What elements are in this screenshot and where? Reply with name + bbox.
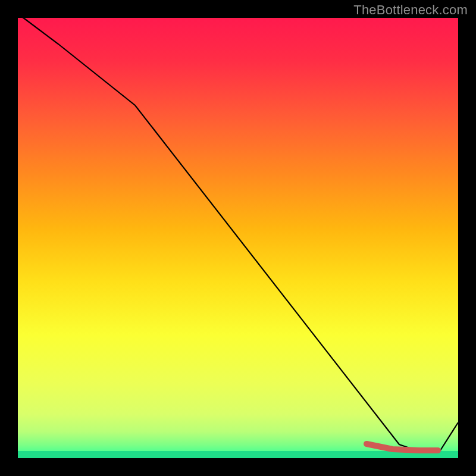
svg-rect-1 (458, 0, 476, 476)
chart-svg (0, 0, 476, 476)
svg-rect-0 (0, 0, 18, 476)
watermark-label: TheBottleneck.com (353, 2, 468, 18)
svg-rect-2 (0, 458, 476, 476)
